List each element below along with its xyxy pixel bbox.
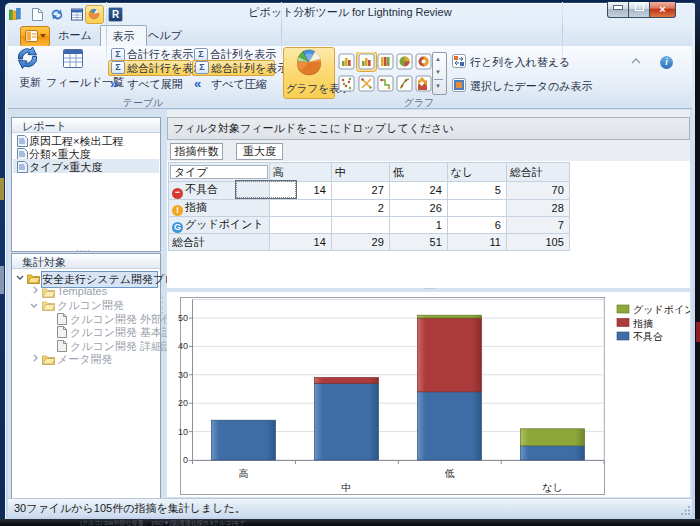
svg-text:不具合: 不具合	[633, 331, 663, 342]
svg-text:中: 中	[342, 482, 352, 493]
svg-text:40: 40	[178, 341, 188, 351]
svg-text:30: 30	[178, 370, 188, 380]
svg-text:50: 50	[178, 313, 188, 323]
svg-text:グッドポイント: グッドポイント	[633, 304, 690, 315]
svg-text:0: 0	[183, 455, 188, 465]
svg-text:20: 20	[178, 398, 188, 408]
svg-text:10: 10	[178, 427, 188, 437]
svg-text:指摘: 指摘	[633, 318, 653, 329]
svg-text:高: 高	[239, 468, 249, 479]
svg-text:なし: なし	[542, 482, 562, 493]
svg-text:低: 低	[445, 468, 455, 479]
